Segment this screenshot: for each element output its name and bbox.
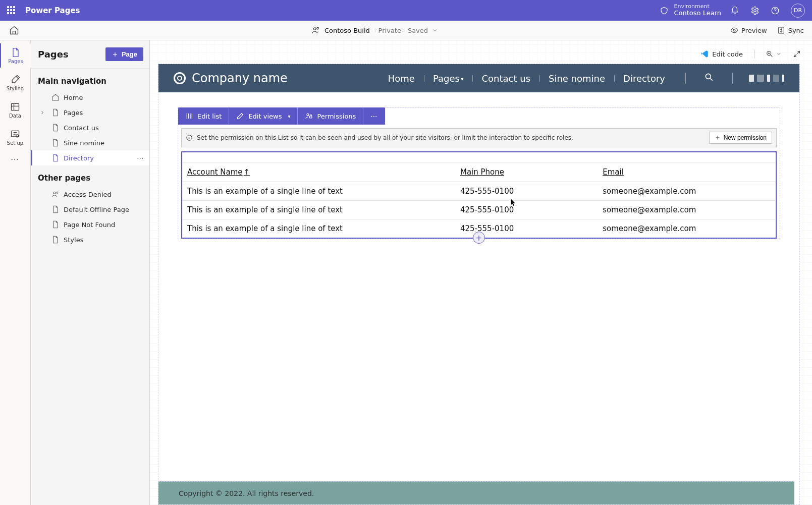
plus-icon xyxy=(715,135,721,141)
tb-more[interactable]: ⋯ xyxy=(363,107,385,125)
nav-item-sine[interactable]: Sine nomine xyxy=(31,135,149,150)
avatar[interactable]: DR xyxy=(791,4,805,18)
col-account-name[interactable]: Account Name↑ xyxy=(182,162,455,182)
canvas: Edit code Company name Home Pages▾ Conta… xyxy=(150,40,812,505)
col-main-phone[interactable]: Main Phone xyxy=(455,162,598,182)
nav-item-label: Home xyxy=(64,94,83,101)
nav-item-directory[interactable]: Directory ⋯ xyxy=(31,150,149,165)
svg-point-3 xyxy=(317,27,319,29)
nav-item-more[interactable]: ⋯ xyxy=(137,154,144,162)
chevron-right-icon[interactable] xyxy=(39,109,45,116)
section-main-nav: Main navigation xyxy=(31,69,149,90)
people-icon xyxy=(311,26,320,35)
sync-button[interactable]: Sync xyxy=(777,26,804,34)
page-icon xyxy=(51,205,60,213)
page-icon xyxy=(51,124,60,132)
svg-point-13 xyxy=(307,114,309,116)
rail-styling[interactable]: Styling xyxy=(0,71,31,95)
section-other-pages: Other pages xyxy=(31,165,149,187)
environment-label: Environment xyxy=(674,4,721,9)
svg-point-10 xyxy=(57,192,58,193)
edit-code-label: Edit code xyxy=(712,50,743,58)
nav-item-home[interactable]: Home xyxy=(31,90,149,105)
app-launcher-icon[interactable] xyxy=(7,6,16,15)
nav-item-pages[interactable]: Pages xyxy=(31,105,149,120)
preview-button[interactable]: Preview xyxy=(730,26,767,34)
table-row[interactable]: This is an example of a single line of t… xyxy=(182,182,776,201)
bell-icon[interactable] xyxy=(730,6,739,15)
home-icon[interactable] xyxy=(9,25,19,35)
table-icon xyxy=(10,102,20,112)
menu-contact[interactable]: Contact us xyxy=(472,73,539,84)
other-item-label: Page Not Found xyxy=(64,221,115,229)
cell-phone: 425-555-0100 xyxy=(455,201,598,219)
cell-phone: 425-555-0100 xyxy=(455,182,598,201)
brush-icon xyxy=(10,75,20,85)
site-search[interactable] xyxy=(697,72,721,84)
page-icon xyxy=(51,220,60,229)
rail-pages[interactable]: Pages xyxy=(0,43,31,68)
help-icon[interactable] xyxy=(771,6,780,15)
pages-panel-title: Pages xyxy=(38,49,69,60)
main-nav-tree: Home Pages Contact us Sine nomine Direct… xyxy=(31,90,149,165)
svg-point-2 xyxy=(313,28,316,30)
setup-icon xyxy=(10,129,20,139)
environment-icon xyxy=(660,6,669,15)
page-icon xyxy=(51,139,60,147)
tb-edit-views[interactable]: Edit views ▾ xyxy=(229,107,297,125)
add-page-label: Page xyxy=(122,50,137,58)
page-icon xyxy=(51,236,60,244)
cell-email: someone@example.com xyxy=(598,201,776,219)
site-switcher[interactable]: Contoso Build - Private - Saved xyxy=(19,26,730,35)
chevron-down-icon xyxy=(776,51,782,57)
page-icon xyxy=(51,154,60,162)
new-permission-label: New permission xyxy=(724,134,767,141)
sync-label: Sync xyxy=(788,27,804,34)
expand-icon[interactable] xyxy=(793,50,801,58)
page-icon xyxy=(51,108,60,117)
add-page-button[interactable]: Page xyxy=(105,47,143,61)
rail-setup[interactable]: Set up xyxy=(0,125,31,149)
nav-item-contact[interactable]: Contact us xyxy=(31,120,149,135)
edit-code-button[interactable]: Edit code xyxy=(700,49,743,59)
site-preview: Company name Home Pages▾ Contact us Sine… xyxy=(158,64,800,505)
rail-setup-label: Set up xyxy=(7,140,23,146)
other-item-notfound[interactable]: Page Not Found xyxy=(31,217,149,232)
nav-item-label: Sine nomine xyxy=(64,139,104,147)
site-footer-text: Copyright © 2022. All rights reserved. xyxy=(179,489,314,497)
rail-more[interactable]: ⋯ xyxy=(11,154,20,164)
rail-styling-label: Styling xyxy=(7,86,24,91)
menu-home[interactable]: Home xyxy=(379,73,424,84)
zoom-control[interactable] xyxy=(766,50,782,58)
table-header-row: Account Name↑ Main Phone Email xyxy=(182,162,776,182)
tb-label: Permissions xyxy=(317,113,356,120)
site-brand-label: Company name xyxy=(192,71,288,85)
menu-pages[interactable]: Pages▾ xyxy=(424,73,473,84)
columns-icon xyxy=(185,112,193,120)
other-item-offline[interactable]: Default Offline Page xyxy=(31,202,149,217)
table-row[interactable]: This is an example of a single line of t… xyxy=(182,201,776,219)
list-component[interactable]: Edit list Edit views ▾ Permissions ⋯ xyxy=(178,107,780,239)
col-email[interactable]: Email xyxy=(598,162,776,182)
tb-label: Edit list xyxy=(197,113,222,120)
rail-pages-label: Pages xyxy=(8,59,23,64)
tb-edit-list[interactable]: Edit list xyxy=(178,107,229,125)
cell-name: This is an example of a single line of t… xyxy=(182,219,455,238)
tb-permissions[interactable]: Permissions xyxy=(297,107,363,125)
permissions-icon xyxy=(305,112,313,120)
other-item-styles[interactable]: Styles xyxy=(31,232,149,247)
site-menu: Home Pages▾ Contact us Sine nomine Direc… xyxy=(379,73,674,84)
other-pages-tree: Access Denied Default Offline Page Page … xyxy=(31,187,149,247)
environment-picker[interactable]: Environment Contoso Learn xyxy=(660,4,721,17)
add-section-below[interactable]: + xyxy=(473,232,485,244)
menu-directory[interactable]: Directory xyxy=(614,73,674,84)
app-bar: Power Pages Environment Contoso Learn DR xyxy=(0,0,812,21)
tb-label: Edit views xyxy=(248,113,282,120)
rail-data[interactable]: Data xyxy=(0,98,31,122)
permission-notice-bar: Set the permission on this List so it ca… xyxy=(181,128,777,147)
gear-icon[interactable] xyxy=(750,6,760,15)
menu-sine[interactable]: Sine nomine xyxy=(539,73,614,84)
other-item-access-denied[interactable]: Access Denied xyxy=(31,187,149,202)
new-permission-button[interactable]: New permission xyxy=(709,132,772,144)
site-brand[interactable]: Company name xyxy=(174,71,288,85)
